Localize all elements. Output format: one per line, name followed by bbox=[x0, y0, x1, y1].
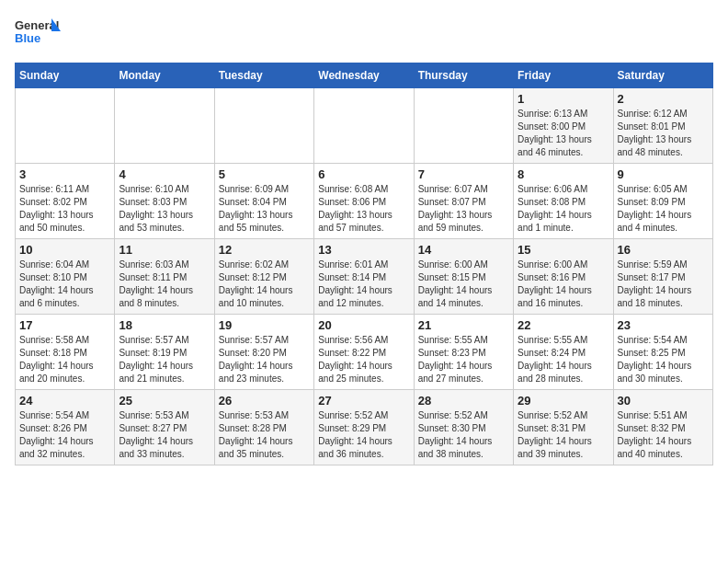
header-day-wednesday: Wednesday bbox=[314, 63, 414, 88]
day-info: Sunrise: 5:57 AM Sunset: 8:20 PM Dayligh… bbox=[219, 334, 310, 385]
day-info: Sunrise: 6:06 AM Sunset: 8:08 PM Dayligh… bbox=[518, 183, 609, 235]
day-info: Sunrise: 5:53 AM Sunset: 8:27 PM Dayligh… bbox=[119, 409, 210, 461]
calendar-cell: 19Sunrise: 5:57 AM Sunset: 8:20 PM Dayli… bbox=[214, 315, 313, 390]
calendar-cell bbox=[16, 88, 115, 164]
calendar-table: SundayMondayTuesdayWednesdayThursdayFrid… bbox=[15, 63, 713, 465]
day-number: 16 bbox=[618, 243, 709, 257]
day-info: Sunrise: 5:57 AM Sunset: 8:19 PM Dayligh… bbox=[119, 334, 210, 385]
calendar-week-row: 3Sunrise: 6:11 AM Sunset: 8:02 PM Daylig… bbox=[16, 164, 713, 239]
day-info: Sunrise: 6:00 AM Sunset: 8:16 PM Dayligh… bbox=[518, 259, 609, 310]
calendar-cell: 6Sunrise: 6:08 AM Sunset: 8:06 PM Daylig… bbox=[314, 164, 414, 239]
day-number: 1 bbox=[518, 92, 609, 106]
calendar-cell bbox=[314, 88, 414, 164]
day-number: 9 bbox=[618, 167, 709, 181]
logo: General Blue bbox=[15, 15, 61, 53]
day-number: 13 bbox=[318, 243, 409, 257]
calendar-cell: 1Sunrise: 6:13 AM Sunset: 8:00 PM Daylig… bbox=[514, 88, 613, 164]
calendar-cell: 13Sunrise: 6:01 AM Sunset: 8:14 PM Dayli… bbox=[314, 239, 414, 315]
calendar-cell: 25Sunrise: 5:53 AM Sunset: 8:27 PM Dayli… bbox=[115, 390, 214, 465]
day-number: 11 bbox=[119, 243, 210, 257]
header-day-tuesday: Tuesday bbox=[214, 63, 313, 88]
calendar-cell: 28Sunrise: 5:52 AM Sunset: 8:30 PM Dayli… bbox=[414, 390, 513, 465]
day-number: 28 bbox=[418, 394, 509, 408]
day-number: 2 bbox=[618, 92, 709, 106]
day-number: 21 bbox=[418, 318, 509, 332]
day-info: Sunrise: 5:58 AM Sunset: 8:18 PM Dayligh… bbox=[19, 334, 110, 385]
calendar-cell: 26Sunrise: 5:53 AM Sunset: 8:28 PM Dayli… bbox=[214, 390, 313, 465]
calendar-cell: 18Sunrise: 5:57 AM Sunset: 8:19 PM Dayli… bbox=[115, 315, 214, 390]
day-info: Sunrise: 6:08 AM Sunset: 8:06 PM Dayligh… bbox=[318, 183, 409, 235]
calendar-cell: 15Sunrise: 6:00 AM Sunset: 8:16 PM Dayli… bbox=[514, 239, 613, 315]
calendar-cell bbox=[214, 88, 313, 164]
day-number: 15 bbox=[518, 243, 609, 257]
calendar-cell: 23Sunrise: 5:54 AM Sunset: 8:25 PM Dayli… bbox=[613, 315, 712, 390]
calendar-cell: 20Sunrise: 5:56 AM Sunset: 8:22 PM Dayli… bbox=[314, 315, 414, 390]
calendar-cell: 3Sunrise: 6:11 AM Sunset: 8:02 PM Daylig… bbox=[16, 164, 115, 239]
day-info: Sunrise: 5:59 AM Sunset: 8:17 PM Dayligh… bbox=[618, 259, 709, 310]
day-info: Sunrise: 6:01 AM Sunset: 8:14 PM Dayligh… bbox=[318, 259, 409, 310]
calendar-cell: 7Sunrise: 6:07 AM Sunset: 8:07 PM Daylig… bbox=[414, 164, 513, 239]
calendar-cell: 22Sunrise: 5:55 AM Sunset: 8:24 PM Dayli… bbox=[514, 315, 613, 390]
svg-text:Blue: Blue bbox=[15, 31, 40, 45]
day-info: Sunrise: 6:03 AM Sunset: 8:11 PM Dayligh… bbox=[119, 259, 210, 310]
day-number: 4 bbox=[119, 167, 210, 181]
day-info: Sunrise: 6:12 AM Sunset: 8:01 PM Dayligh… bbox=[618, 108, 709, 159]
day-number: 25 bbox=[119, 394, 210, 408]
day-number: 30 bbox=[618, 394, 709, 408]
day-number: 10 bbox=[19, 243, 110, 257]
calendar-cell: 17Sunrise: 5:58 AM Sunset: 8:18 PM Dayli… bbox=[16, 315, 115, 390]
day-number: 20 bbox=[318, 318, 409, 332]
day-number: 6 bbox=[318, 167, 409, 181]
day-number: 17 bbox=[19, 318, 110, 332]
calendar-cell: 11Sunrise: 6:03 AM Sunset: 8:11 PM Dayli… bbox=[115, 239, 214, 315]
header-day-friday: Friday bbox=[514, 63, 613, 88]
calendar-cell bbox=[115, 88, 214, 164]
header-day-thursday: Thursday bbox=[414, 63, 513, 88]
calendar-cell: 2Sunrise: 6:12 AM Sunset: 8:01 PM Daylig… bbox=[613, 88, 712, 164]
day-info: Sunrise: 5:52 AM Sunset: 8:29 PM Dayligh… bbox=[318, 409, 409, 461]
day-info: Sunrise: 6:13 AM Sunset: 8:00 PM Dayligh… bbox=[518, 108, 609, 159]
calendar-week-row: 1Sunrise: 6:13 AM Sunset: 8:00 PM Daylig… bbox=[16, 88, 713, 164]
calendar-cell: 10Sunrise: 6:04 AM Sunset: 8:10 PM Dayli… bbox=[16, 239, 115, 315]
day-number: 22 bbox=[518, 318, 609, 332]
day-number: 5 bbox=[219, 167, 310, 181]
day-number: 23 bbox=[618, 318, 709, 332]
calendar-header-row: SundayMondayTuesdayWednesdayThursdayFrid… bbox=[16, 63, 713, 88]
day-info: Sunrise: 5:55 AM Sunset: 8:24 PM Dayligh… bbox=[518, 334, 609, 385]
day-info: Sunrise: 5:55 AM Sunset: 8:23 PM Dayligh… bbox=[418, 334, 509, 385]
day-number: 19 bbox=[219, 318, 310, 332]
header: General Blue bbox=[15, 15, 713, 53]
header-day-saturday: Saturday bbox=[613, 63, 712, 88]
day-info: Sunrise: 6:00 AM Sunset: 8:15 PM Dayligh… bbox=[418, 259, 509, 310]
day-info: Sunrise: 6:10 AM Sunset: 8:03 PM Dayligh… bbox=[119, 183, 210, 235]
calendar-cell: 27Sunrise: 5:52 AM Sunset: 8:29 PM Dayli… bbox=[314, 390, 414, 465]
calendar-cell: 30Sunrise: 5:51 AM Sunset: 8:32 PM Dayli… bbox=[613, 390, 712, 465]
day-info: Sunrise: 6:07 AM Sunset: 8:07 PM Dayligh… bbox=[418, 183, 509, 235]
calendar-cell bbox=[414, 88, 513, 164]
day-number: 12 bbox=[219, 243, 310, 257]
header-day-monday: Monday bbox=[115, 63, 214, 88]
day-number: 26 bbox=[219, 394, 310, 408]
calendar-cell: 16Sunrise: 5:59 AM Sunset: 8:17 PM Dayli… bbox=[613, 239, 712, 315]
calendar-week-row: 10Sunrise: 6:04 AM Sunset: 8:10 PM Dayli… bbox=[16, 239, 713, 315]
header-day-sunday: Sunday bbox=[16, 63, 115, 88]
calendar-cell: 12Sunrise: 6:02 AM Sunset: 8:12 PM Dayli… bbox=[214, 239, 313, 315]
day-info: Sunrise: 5:53 AM Sunset: 8:28 PM Dayligh… bbox=[219, 409, 310, 461]
day-number: 7 bbox=[418, 167, 509, 181]
calendar-cell: 9Sunrise: 6:05 AM Sunset: 8:09 PM Daylig… bbox=[613, 164, 712, 239]
day-number: 8 bbox=[518, 167, 609, 181]
calendar-cell: 29Sunrise: 5:52 AM Sunset: 8:31 PM Dayli… bbox=[514, 390, 613, 465]
calendar-cell: 4Sunrise: 6:10 AM Sunset: 8:03 PM Daylig… bbox=[115, 164, 214, 239]
calendar-week-row: 17Sunrise: 5:58 AM Sunset: 8:18 PM Dayli… bbox=[16, 315, 713, 390]
day-number: 24 bbox=[19, 394, 110, 408]
calendar-cell: 21Sunrise: 5:55 AM Sunset: 8:23 PM Dayli… bbox=[414, 315, 513, 390]
day-info: Sunrise: 6:02 AM Sunset: 8:12 PM Dayligh… bbox=[219, 259, 310, 310]
day-number: 29 bbox=[518, 394, 609, 408]
day-info: Sunrise: 5:52 AM Sunset: 8:31 PM Dayligh… bbox=[518, 409, 609, 461]
calendar-cell: 14Sunrise: 6:00 AM Sunset: 8:15 PM Dayli… bbox=[414, 239, 513, 315]
calendar-cell: 24Sunrise: 5:54 AM Sunset: 8:26 PM Dayli… bbox=[16, 390, 115, 465]
day-info: Sunrise: 5:51 AM Sunset: 8:32 PM Dayligh… bbox=[618, 409, 709, 461]
day-info: Sunrise: 6:05 AM Sunset: 8:09 PM Dayligh… bbox=[618, 183, 709, 235]
day-info: Sunrise: 5:54 AM Sunset: 8:26 PM Dayligh… bbox=[19, 409, 110, 461]
day-number: 14 bbox=[418, 243, 509, 257]
